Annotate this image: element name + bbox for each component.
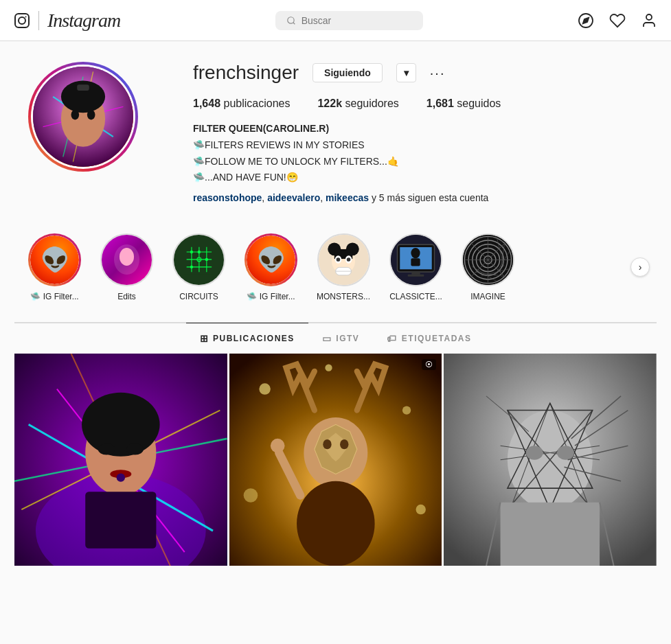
avatar-ring[interactable] [28, 62, 138, 172]
more-options-button[interactable]: ··· [430, 65, 446, 81]
story-label-2: Edits [117, 292, 136, 301]
svg-rect-47 [408, 274, 424, 276]
story-img-7 [463, 235, 513, 285]
svg-point-3 [287, 16, 293, 23]
tab-igtv[interactable]: ▭ IGTV [308, 323, 374, 354]
svg-point-103 [526, 446, 543, 460]
svg-line-4 [293, 22, 295, 24]
svg-point-84 [325, 364, 332, 371]
bio-line-2: 🛸FOLLOW ME TO UNLOCK MY FILTERS...🤙 [193, 154, 643, 169]
profile-button[interactable] [641, 12, 657, 29]
nav-left: Instagram [14, 10, 120, 32]
svg-point-26 [197, 251, 200, 253]
story-circle-3 [172, 233, 225, 286]
tab-publicaciones-label: PUBLICACIONES [213, 334, 295, 343]
story-label-5: MONSTERS... [317, 292, 370, 301]
svg-rect-0 [15, 14, 29, 27]
story-img-4: 👽 [247, 235, 295, 284]
story-img-2 [102, 235, 152, 285]
story-img-6 [391, 235, 441, 285]
posts-grid-section: ⦿ [14, 354, 657, 566]
story-item-imagine[interactable]: IMAGINE [462, 233, 514, 301]
posts-stat: 1,648 publicaciones [193, 97, 290, 110]
search-input[interactable] [302, 15, 412, 26]
mutual-followers: reasonstohope, aideevalero, mikeecas y 5… [193, 192, 643, 203]
story-circle-6 [389, 233, 442, 286]
svg-point-82 [243, 488, 258, 503]
story-circle-4: 👽 [244, 233, 297, 286]
svg-point-104 [557, 446, 574, 460]
mutual-follower-link-3[interactable]: mikeecas [326, 192, 369, 203]
navigation: Instagram [0, 0, 671, 41]
post-cell-2[interactable]: ⦿ [229, 354, 442, 566]
svg-point-83 [416, 504, 425, 514]
stories-next-button[interactable]: › [630, 257, 650, 277]
instagram-camera-icon [14, 12, 30, 29]
post-2-illustration [229, 354, 442, 566]
mutual-followers-more: y 5 más siguen esta cuenta [372, 192, 488, 203]
svg-point-7 [646, 14, 652, 20]
compass-icon [578, 12, 594, 29]
tab-publicaciones[interactable]: ⊞ PUBLICACIONES [186, 323, 308, 354]
svg-point-88 [323, 439, 331, 448]
svg-point-80 [259, 383, 271, 395]
story-circle-7 [462, 233, 514, 286]
username-row: frenchsinger Siguiendo ▾ ··· [193, 62, 643, 84]
svg-marker-6 [583, 17, 589, 23]
tab-igtv-label: IGTV [336, 334, 359, 343]
followers-stat[interactable]: 122k seguidores [317, 97, 398, 110]
story-item-circuits[interactable]: CIRCUITS [172, 233, 225, 301]
svg-point-28 [190, 266, 192, 268]
story-item-classicte[interactable]: CLASSICTE... [389, 233, 442, 301]
svg-point-74 [98, 444, 115, 455]
post-1-illustration [14, 354, 227, 566]
story-label-3: CIRCUITS [179, 292, 218, 301]
svg-point-91 [271, 438, 285, 452]
post-grid: ⦿ [14, 354, 657, 566]
story-item-ig-filter-2[interactable]: 👽 🛸 IG Filter... [244, 233, 297, 301]
instagram-wordmark: Instagram [47, 10, 120, 32]
story-circle-2 [100, 233, 153, 286]
svg-rect-45 [411, 258, 420, 266]
mutual-follower-link-1[interactable]: reasonstohope [193, 192, 262, 203]
nav-icons [578, 12, 657, 29]
grid-icon: ⊞ [200, 333, 209, 344]
avatar-illustration [33, 67, 133, 167]
classic-svg [391, 235, 441, 285]
story-label-7: IMAGINE [470, 292, 505, 301]
svg-point-38 [346, 257, 350, 262]
post-img-1 [14, 354, 227, 566]
profile-container: frenchsinger Siguiendo ▾ ··· 1,648 publi… [14, 41, 657, 203]
avatar-inner [31, 65, 135, 169]
stories-row: 👽 🛸 IG Filter... Edits [28, 233, 643, 301]
story-item-ig-filter-1[interactable]: 👽 🛸 IG Filter... [28, 233, 81, 301]
avatar [33, 67, 133, 167]
following-stat[interactable]: 1,681 seguidos [427, 97, 501, 110]
follow-dropdown-button[interactable]: ▾ [396, 63, 416, 82]
svg-rect-110 [501, 502, 600, 566]
monster-svg [319, 235, 369, 285]
story-item-monsters[interactable]: MONSTERS... [317, 233, 370, 301]
svg-point-1 [19, 17, 25, 24]
post-type-indicator: ⦿ [422, 359, 436, 370]
tab-etiquetadas[interactable]: 🏷 ETIQUETADAS [373, 323, 485, 354]
following-button[interactable]: Siguiendo [312, 63, 383, 82]
tab-etiquetadas-label: ETIQUETADAS [402, 334, 472, 343]
story-label-4: 🛸 IG Filter... [247, 292, 295, 301]
svg-rect-17 [77, 84, 89, 91]
nav-divider [38, 11, 39, 30]
mutual-follower-link-2[interactable]: aideevalero [267, 192, 320, 203]
story-label-6: CLASSICTE... [389, 292, 442, 301]
search-bar[interactable] [275, 11, 423, 30]
svg-point-75 [126, 444, 144, 455]
explore-button[interactable] [578, 12, 594, 29]
profile-stats: 1,648 publicaciones 122k seguidores 1,68… [193, 97, 643, 110]
heart-button[interactable] [609, 12, 626, 29]
story-item-edits[interactable]: Edits [100, 233, 153, 301]
post-cell-1[interactable] [14, 354, 227, 566]
story-img-1: 👽 [30, 235, 79, 284]
svg-point-25 [190, 251, 192, 253]
tag-icon: 🏷 [387, 333, 398, 344]
svg-point-81 [402, 406, 411, 414]
post-cell-3[interactable] [444, 354, 657, 566]
